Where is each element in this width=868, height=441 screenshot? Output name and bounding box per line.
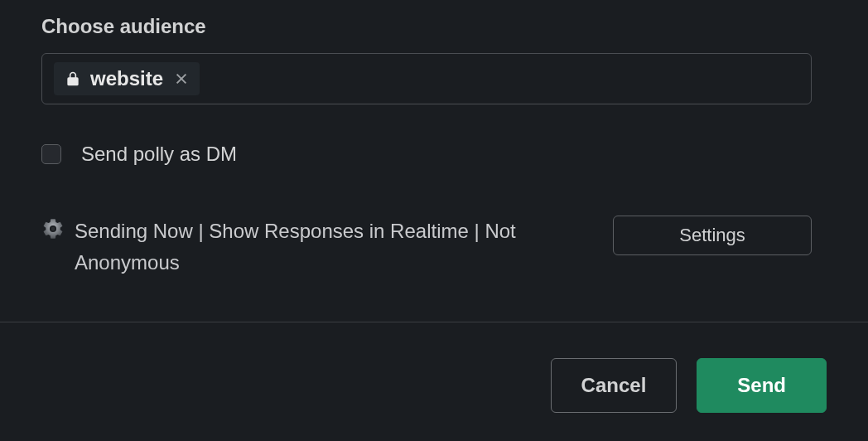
cancel-button[interactable]: Cancel [551, 358, 678, 413]
send-as-dm-checkbox[interactable] [41, 144, 61, 164]
send-as-dm-label[interactable]: Send polly as DM [81, 143, 237, 166]
audience-token-label: website [90, 67, 163, 90]
audience-input[interactable]: website [41, 53, 812, 104]
divider [0, 322, 868, 322]
audience-label: Choose audience [41, 15, 827, 38]
gear-icon [41, 217, 65, 240]
svg-point-2 [51, 227, 55, 231]
settings-button[interactable]: Settings [613, 216, 812, 255]
close-icon[interactable] [173, 70, 190, 87]
send-button[interactable]: Send [697, 358, 827, 413]
audience-token[interactable]: website [54, 62, 200, 95]
status-text: Sending Now | Show Responses in Realtime… [75, 216, 593, 279]
lock-icon [64, 70, 82, 88]
status-block: Sending Now | Show Responses in Realtime… [41, 216, 593, 279]
